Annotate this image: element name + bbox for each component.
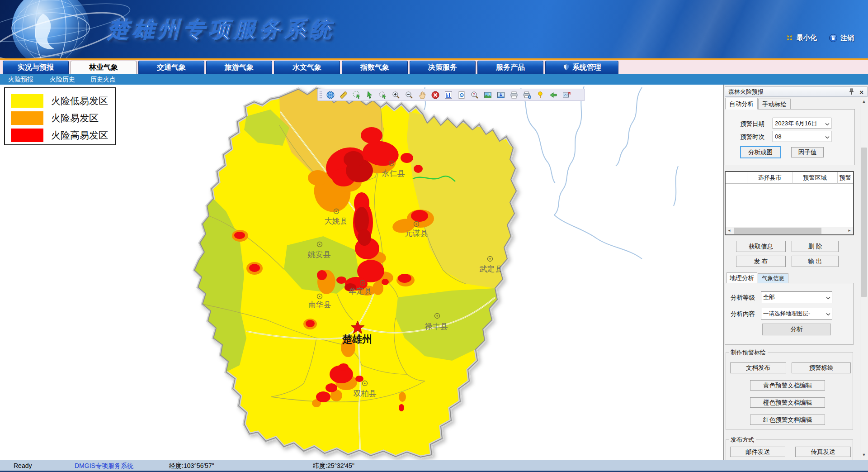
select-region-icon[interactable] [350,90,363,100]
status-ready: Ready [14,462,32,469]
pointer-icon[interactable] [363,90,376,100]
svg-text:大姚县: 大姚县 [325,217,348,225]
print-setup-icon[interactable] [520,90,533,100]
panel-scrollbar[interactable]: ▲ ▼ [860,98,868,459]
yellow-doc-button[interactable]: 黄色预警文档编辑 [750,380,825,391]
forest-fire-panel: 森林火险预报 × ▲ ▼ 自动分析 手动标绘 预警日期 2023年 6月16日 … [723,85,868,460]
print-icon[interactable] [507,90,520,100]
orange-doc-button[interactable]: 橙色预警文档编辑 [750,397,825,408]
subnav-history-firepoints[interactable]: 历史火点 [90,74,116,85]
select-circle-icon[interactable] [376,90,389,100]
svg-text:姚安县: 姚安县 [307,250,331,259]
tab-tourism-weather[interactable]: 旅游气象 [206,61,272,74]
hscroll-thumb[interactable] [734,228,821,234]
header-banner: 楚雄州专项服务系统 最小化 注销 [0,0,868,58]
measure-icon[interactable] [337,90,350,100]
subnav-fire-forecast[interactable]: 火险预报 [8,74,33,85]
warning-table[interactable]: 选择县市 预警区域 预警 ◄ ► [725,171,854,235]
warn-date-select[interactable]: 2023年 6月16日 [773,118,831,129]
table-header-select [726,172,747,184]
tab-traffic-weather[interactable]: 交通气象 [138,61,204,74]
scroll-up-icon[interactable]: ▲ [860,98,868,105]
tab-forestry-weather[interactable]: 林业气象 [71,61,137,74]
chevron-down-icon [826,310,830,317]
scroll-right-icon[interactable]: ► [846,227,853,234]
tab-manual-plot[interactable]: 手动标绘 [758,99,791,110]
warn-time-select[interactable]: 08 [773,131,831,142]
status-bar: Ready DMGIS专项服务系统 经度:103°56'57" 纬度:25°32… [0,460,868,472]
table-header-warning: 预警 [838,172,853,184]
svg-text:双柏县: 双柏县 [354,389,377,398]
status-system-link[interactable]: DMGIS专项服务系统 [75,462,133,470]
content-select[interactable]: 一请选择地理图层- [761,308,832,319]
scroll-left-icon[interactable]: ◄ [726,227,733,234]
status-longitude: 经度:103°56'57" [169,462,214,470]
application-window: 楚雄州专项服务系统 最小化 注销 实况与预报 林业气象 交通气象 旅 [0,0,868,472]
svg-text:牟定县: 牟定县 [349,287,372,296]
legend-swatch-low [11,94,43,108]
red-doc-button[interactable]: 红色预警文档编辑 [750,415,825,425]
analyze-map-button[interactable]: 分析成图 [740,146,781,158]
tab-hydrology-weather[interactable]: 水文气象 [274,61,340,74]
clear-icon[interactable] [429,90,442,100]
refresh-icon[interactable] [455,90,468,100]
delete-button[interactable]: 删 除 [792,241,839,252]
tab-auto-analysis[interactable]: 自动分析 [725,98,758,110]
legend-swatch-medium [11,111,43,125]
svg-text:南华县: 南华县 [308,300,331,309]
identify-icon[interactable]: ? [468,90,481,100]
image-icon[interactable] [481,90,494,100]
scroll-thumb[interactable] [861,148,867,297]
globe-icon[interactable] [324,90,337,100]
pin-marker-icon[interactable] [533,90,547,100]
factor-value-button[interactable]: 因子值 [791,147,824,157]
logout-button[interactable]: 注销 [829,33,854,43]
tab-service-products[interactable]: 服务产品 [477,61,543,74]
warn-time-label: 预警时次 [740,133,764,141]
zoom-in-icon[interactable] [389,90,402,100]
pin-icon[interactable] [849,88,854,98]
svg-text:武定县: 武定县 [480,265,503,273]
export-button[interactable]: 输 出 [792,256,839,267]
tab-index-weather[interactable]: 指数气象 [342,61,408,74]
close-icon[interactable]: × [859,87,863,97]
table-header-region: 预警区域 [793,172,838,184]
publish-button[interactable]: 发 布 [736,256,786,267]
back-icon[interactable] [547,90,560,100]
warn-plot-button[interactable]: 预警标绘 [792,362,851,373]
save-image-icon[interactable] [494,90,507,100]
get-info-button[interactable]: 获取信息 [736,241,786,252]
fax-send-button[interactable]: 传真发送 [795,447,851,457]
zoom-out-icon[interactable] [402,90,415,100]
map-export-icon[interactable] [560,90,573,100]
app-title: 楚雄州专项服务系统 [108,15,335,44]
chevron-down-icon [825,133,830,140]
fire-risk-legend: 火险低易发区 火险易发区 火险高易发区 [4,87,116,145]
chevron-down-icon [825,120,830,127]
table-hscrollbar[interactable]: ◄ ► [726,227,853,234]
pan-icon[interactable] [415,90,429,100]
analyze-button[interactable]: 分析 [762,324,831,335]
level-label: 分析等级 [731,294,755,302]
sub-navbar: 火险预报 火险历史 历史火点 [0,74,868,85]
tab-geo-analysis[interactable]: 地理分析 [726,272,757,283]
table-header-county: 选择县市 [747,172,793,184]
svg-text:禄丰县: 禄丰县 [425,322,448,331]
map-area: 永仁县 大姚县 元谋县 武定县 姚安县 南华县 牟定县 禄丰县 双柏县 楚雄州 … [0,85,723,460]
panel-titlebar: 森林火险预报 × [725,86,868,97]
subnav-fire-history[interactable]: 火险历史 [50,74,75,85]
tab-system-management[interactable]: 系统管理 [545,61,618,74]
tab-weather-info[interactable]: 气象信息 [758,273,788,283]
scroll-down-icon[interactable]: ▼ [860,451,868,459]
level-select[interactable]: 全部 [761,291,832,303]
warn-date-label: 预警日期 [740,120,764,128]
doc-publish-button[interactable]: 文档发布 [730,362,786,373]
tab-decision-service[interactable]: 决策服务 [410,61,476,74]
svg-text:永仁县: 永仁县 [382,169,405,178]
minimize-button[interactable]: 最小化 [785,33,817,42]
tab-realtime-forecast[interactable]: 实况与预报 [3,61,69,74]
svg-text:元谋县: 元谋县 [405,229,428,238]
toolbar-grip[interactable] [319,91,322,99]
mail-send-button[interactable]: 邮件发送 [730,447,785,457]
chart-icon[interactable] [442,90,455,100]
